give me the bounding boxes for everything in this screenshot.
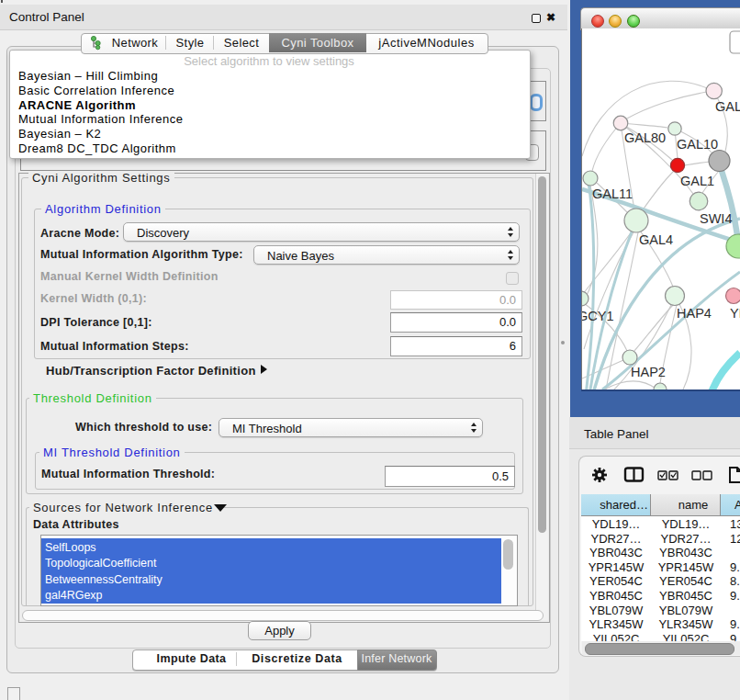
- svg-text:GAL7: GAL7: [715, 99, 740, 114]
- svg-text:SWI4: SWI4: [700, 211, 732, 226]
- svg-text:GAL10: GAL10: [677, 137, 718, 152]
- svg-text:YM: YM: [730, 306, 740, 321]
- svg-text:GAL80: GAL80: [624, 130, 666, 145]
- svg-text:HAP2: HAP2: [631, 365, 666, 379]
- svg-text:HAP4: HAP4: [677, 306, 712, 321]
- svg-text:GAL4: GAL4: [639, 232, 673, 247]
- svg-text:GAL11: GAL11: [592, 186, 633, 201]
- svg-text:GCY1: GCY1: [582, 309, 614, 323]
- svg-text:GAL1: GAL1: [680, 174, 714, 188]
